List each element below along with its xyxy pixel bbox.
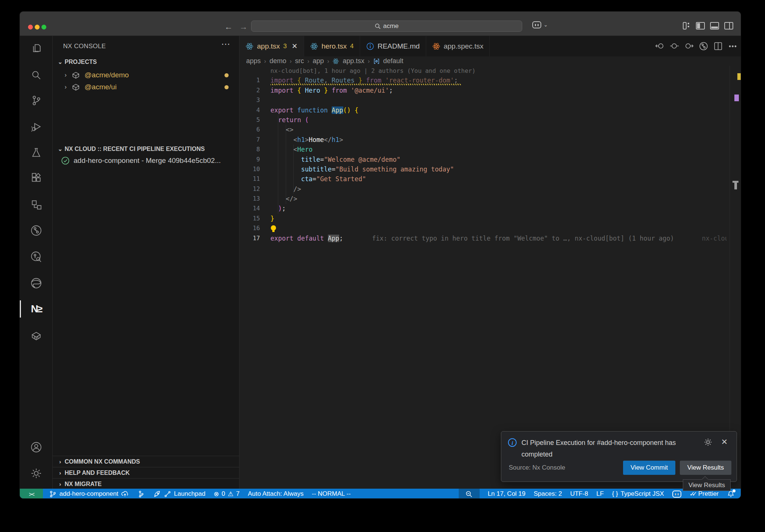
zoom-status[interactable] bbox=[459, 489, 480, 499]
token bbox=[270, 156, 301, 163]
editor-group: app.tsx 3 ✕ hero.tsx 4 README.md app.spe… bbox=[239, 36, 741, 489]
toggle-primary-sidebar-icon[interactable] bbox=[695, 21, 706, 30]
language-mode-status[interactable]: { } TypeScript JSX bbox=[612, 490, 664, 498]
pipeline-execution-item[interactable]: add-hero-component - Merge 409b44e5cb02.… bbox=[53, 155, 239, 167]
explorer-icon[interactable] bbox=[20, 38, 53, 59]
notifications-bell-icon[interactable] bbox=[727, 490, 735, 498]
prev-change-icon[interactable] bbox=[655, 41, 665, 51]
nav-forward-icon[interactable]: → bbox=[239, 22, 248, 32]
toggle-panel-icon[interactable] bbox=[709, 21, 720, 30]
tab-hero-tsx[interactable]: hero.tsx 4 bbox=[304, 36, 360, 56]
breadcrumb-item[interactable]: demo bbox=[269, 57, 286, 65]
split-editor-icon[interactable] bbox=[713, 41, 723, 51]
code-text: } bbox=[270, 214, 274, 223]
symbol-default-icon bbox=[373, 58, 380, 65]
lightbulb-icon[interactable] bbox=[271, 225, 276, 231]
notification-settings-icon[interactable] bbox=[703, 437, 713, 448]
copilot-chevron-icon[interactable]: ⌄ bbox=[543, 22, 548, 28]
line-number: 1 bbox=[239, 75, 260, 85]
section-help-and-feedback[interactable]: › HELP AND FEEDBACK bbox=[53, 467, 239, 478]
breadcrumb-item[interactable]: default bbox=[383, 57, 403, 65]
react-icon bbox=[310, 42, 318, 50]
containers-icon[interactable] bbox=[20, 325, 53, 346]
token: ; bbox=[282, 205, 286, 212]
commit-graph-status[interactable] bbox=[137, 490, 145, 498]
code-editor[interactable]: nx-cloud[bot], 1 hour ago | 2 authors (Y… bbox=[239, 66, 741, 489]
settings-gear-icon[interactable] bbox=[20, 463, 53, 484]
sidebar-nx-console: NX CONSOLE ⋯ ⌄ PROJECTS › @acme/demo › @… bbox=[53, 36, 239, 489]
more-actions-icon[interactable] bbox=[728, 41, 738, 51]
type-hierarchy-icon[interactable] bbox=[20, 194, 53, 215]
change-icon[interactable] bbox=[669, 41, 679, 51]
chevron-right-icon: › bbox=[65, 84, 66, 90]
section-label: NX MIGRATE bbox=[65, 481, 102, 488]
toggle-secondary-sidebar-icon[interactable] bbox=[724, 21, 734, 30]
gitlens-icon[interactable] bbox=[20, 220, 53, 241]
edge-tools-icon[interactable] bbox=[20, 273, 53, 294]
copilot-status[interactable] bbox=[672, 491, 681, 498]
nx-console-icon[interactable]: N≥ bbox=[20, 299, 53, 319]
token: title bbox=[301, 156, 320, 163]
close-icon[interactable]: ✕ bbox=[721, 437, 728, 446]
source-control-icon[interactable] bbox=[20, 90, 53, 111]
view-commit-button[interactable]: View Commit bbox=[623, 461, 675, 475]
remote-indicator[interactable]: >< bbox=[20, 489, 43, 499]
launchpad-status[interactable]: Launchpad bbox=[153, 490, 205, 498]
token bbox=[270, 116, 278, 124]
section-projects[interactable]: ⌄ PROJECTS bbox=[53, 56, 239, 68]
tab-label: README.md bbox=[378, 42, 420, 50]
token: 'react-router-dom' bbox=[385, 77, 454, 84]
modified-dot bbox=[224, 73, 229, 77]
customize-layout-icon[interactable] bbox=[681, 21, 691, 30]
more-actions-icon[interactable]: ⋯ bbox=[221, 39, 230, 49]
code-line-10: 10 subtitle="Build something amazing tod… bbox=[239, 164, 741, 174]
git-branch-status[interactable]: add-hero-component bbox=[49, 490, 129, 498]
line-number: 15 bbox=[239, 214, 260, 223]
token bbox=[328, 106, 332, 114]
project-item-acme-ui[interactable]: › @acme/ui bbox=[53, 81, 239, 93]
encoding-status[interactable]: UTF-8 bbox=[570, 490, 588, 498]
indentation-status[interactable]: Spaces: 2 bbox=[534, 490, 562, 498]
section-nx-migrate[interactable]: › NX MIGRATE bbox=[53, 478, 239, 489]
eol-status[interactable]: LF bbox=[597, 490, 604, 498]
close-window-button[interactable] bbox=[28, 25, 33, 30]
gitlens-inspect-icon[interactable] bbox=[20, 246, 53, 267]
breadcrumb-item[interactable]: app bbox=[313, 57, 324, 65]
code-text: import { Hero } from '@acme/ui'; bbox=[270, 86, 393, 95]
breadcrumb-item[interactable]: apps bbox=[246, 57, 261, 65]
command-center-search[interactable]: acme bbox=[251, 21, 522, 32]
tab-label: app.tsx bbox=[257, 42, 280, 50]
cursor-position-status[interactable]: Ln 17, Col 19 bbox=[488, 490, 526, 498]
section-common-nx-commands[interactable]: › COMMON NX COMMANDS bbox=[53, 456, 239, 467]
status-bar: >< add-hero-component Launchpad ⊗ 0 ⚠ 7 bbox=[20, 489, 741, 499]
nav-back-icon[interactable]: ← bbox=[224, 22, 233, 32]
close-tab-icon[interactable]: ✕ bbox=[292, 42, 298, 50]
problems-status[interactable]: ⊗ 0 ⚠ 7 bbox=[214, 490, 239, 498]
breadcrumb-item[interactable]: app.tsx bbox=[343, 57, 364, 65]
extensions-icon[interactable] bbox=[20, 168, 53, 189]
auto-attach-status[interactable]: Auto Attach: Always bbox=[248, 490, 303, 498]
chevron-right-icon: › bbox=[56, 481, 65, 487]
run-and-debug-icon[interactable] bbox=[20, 116, 53, 137]
accounts-icon[interactable] bbox=[20, 437, 53, 458]
warnings-icon: ⚠ bbox=[228, 490, 233, 498]
project-item-acme-demo[interactable]: › @acme/demo bbox=[53, 69, 239, 81]
formatter-status[interactable]: ✓✓ Prettier bbox=[690, 490, 719, 498]
copilot-icon[interactable] bbox=[532, 21, 541, 30]
section-nx-cloud[interactable]: ⌄ NX CLOUD :: RECENT CI PIPELINE EXECUTI… bbox=[53, 143, 239, 155]
gitlens-graph-icon[interactable] bbox=[699, 41, 709, 51]
tab-app-tsx[interactable]: app.tsx 3 ✕ bbox=[239, 36, 304, 56]
next-change-icon[interactable] bbox=[684, 41, 694, 51]
tab-readme-md[interactable]: README.md bbox=[360, 36, 426, 56]
minimize-window-button[interactable] bbox=[35, 25, 40, 30]
testing-icon[interactable] bbox=[20, 142, 53, 163]
react-icon bbox=[245, 42, 254, 50]
view-results-button[interactable]: View Results bbox=[680, 461, 731, 475]
line-number: 10 bbox=[239, 164, 260, 174]
vim-mode-status[interactable]: -- NORMAL -- bbox=[312, 490, 351, 498]
tab-app-spec-tsx[interactable]: app.spec.tsx bbox=[426, 36, 490, 56]
breadcrumb-item[interactable]: src bbox=[295, 57, 304, 65]
search-icon[interactable] bbox=[20, 65, 53, 86]
line-number: 11 bbox=[239, 174, 260, 184]
zoom-window-button[interactable] bbox=[41, 25, 46, 30]
